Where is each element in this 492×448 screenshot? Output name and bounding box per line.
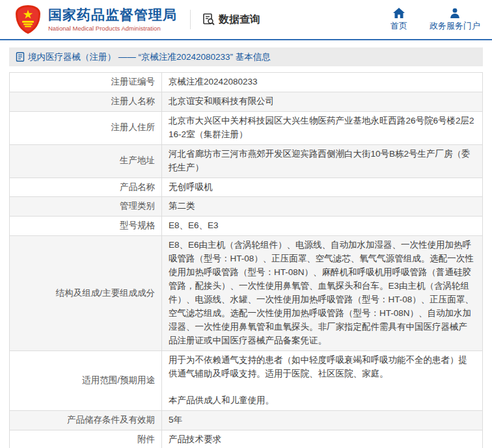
row-value: E8、E6由主机（含涡轮组件）、电源线、自动加水加湿器、一次性使用加热呼吸管路（…	[162, 236, 483, 350]
table-row: 注册人名称北京谊安和顺科技有限公司	[10, 92, 483, 111]
header-divider	[190, 10, 191, 29]
document-search-icon	[202, 13, 215, 26]
row-label: 结构及组成/主要组成成分	[10, 236, 162, 350]
table-row: 管理类别第二类	[10, 197, 483, 217]
nav-home[interactable]: 首页	[390, 8, 407, 32]
site-header: 国家药品监督管理局 National Medical Products Admi…	[0, 0, 492, 40]
org-name-cn: 国家药品监督管理局	[48, 7, 177, 23]
row-label: 产品储存条件及有效期	[10, 411, 162, 430]
header-nav: 首页 政务服务门户	[390, 8, 480, 32]
table-row: 型号规格E8、E6、E3	[10, 217, 483, 236]
table-row: 产品储存条件及有效期5年	[10, 411, 483, 430]
row-label: 注册证编号	[10, 73, 162, 92]
table-row: 结构及组成/主要组成成分E8、E6由主机（含涡轮组件）、电源线、自动加水加湿器、…	[10, 236, 483, 350]
row-value: 用于为不依赖通气支持的患者（如中轻度呼吸衰竭和呼吸功能不全的患者）提供通气辅助及…	[162, 350, 483, 411]
row-value: 5年	[162, 411, 483, 430]
row-value: 河北省廊坊市三河市燕郊开发区迎宾路西侧潮白大街10号B栋2号生产厂房（委托生产）	[162, 144, 483, 178]
row-label: 产品名称	[10, 178, 162, 197]
row-value: 第二类	[162, 197, 483, 217]
row-label: 适用范围/预期用途	[10, 350, 162, 411]
table-row: 附件产品技术要求	[10, 430, 483, 448]
table-row: 注册人住所北京市大兴区中关村科技园区大兴生物医药产业基地永旺西路26号院6号楼2…	[10, 111, 483, 144]
row-label: 生产地址	[10, 144, 162, 178]
home-icon	[393, 8, 405, 18]
row-value: 北京市大兴区中关村科技园区大兴生物医药产业基地永旺西路26号院6号楼2层216-…	[162, 111, 483, 144]
row-label: 注册人名称	[10, 92, 162, 111]
row-value: E8、E6、E3	[162, 217, 483, 236]
org-titles: 国家药品监督管理局 National Medical Products Admi…	[48, 7, 177, 31]
org-name-en: National Medical Products Administration	[48, 25, 177, 32]
data-query-link[interactable]: 数据查询	[202, 13, 260, 27]
user-icon	[450, 8, 460, 18]
row-label: 型号规格	[10, 217, 162, 236]
table-row: 产品名称无创呼吸机	[10, 178, 483, 197]
breadcrumb: 境内医疗器械（注册） —— “京械注准20242080233” 基本信息	[9, 47, 483, 66]
row-label: 附件	[10, 430, 162, 448]
row-value: 北京谊安和顺科技有限公司	[162, 92, 483, 111]
table-row: 适用范围/预期用途用于为不依赖通气支持的患者（如中轻度呼吸衰竭和呼吸功能不全的患…	[10, 350, 483, 411]
nmpa-logo: 国家药品监督管理局 National Medical Products Admi…	[14, 5, 177, 34]
nav-gov-portal[interactable]: 政务服务门户	[430, 8, 480, 32]
table-row: 注册证编号京械注准20242080233	[10, 73, 483, 92]
nav-gov-portal-label: 政务服务门户	[430, 20, 480, 32]
national-emblem-icon	[14, 5, 42, 34]
data-query-label: 数据查询	[219, 13, 260, 27]
row-label: 管理类别	[10, 197, 162, 217]
nav-home-label: 首页	[390, 20, 407, 32]
breadcrumb-text: 境内医疗器械（注册） —— “京械注准20242080233” 基本信息	[28, 51, 271, 63]
row-value: 无创呼吸机	[162, 178, 483, 197]
row-value: 京械注准20242080233	[162, 73, 483, 92]
main-content: 境内医疗器械（注册） —— “京械注准20242080233” 基本信息 注册证…	[0, 40, 492, 448]
info-table: 注册证编号京械注准20242080233注册人名称北京谊安和顺科技有限公司注册人…	[9, 72, 483, 448]
row-value: 产品技术要求	[162, 430, 483, 448]
table-row: 生产地址河北省廊坊市三河市燕郊开发区迎宾路西侧潮白大街10号B栋2号生产厂房（委…	[10, 144, 483, 178]
row-label: 注册人住所	[10, 111, 162, 144]
info-table-body: 注册证编号京械注准20242080233注册人名称北京谊安和顺科技有限公司注册人…	[10, 73, 483, 448]
document-icon	[16, 52, 25, 62]
